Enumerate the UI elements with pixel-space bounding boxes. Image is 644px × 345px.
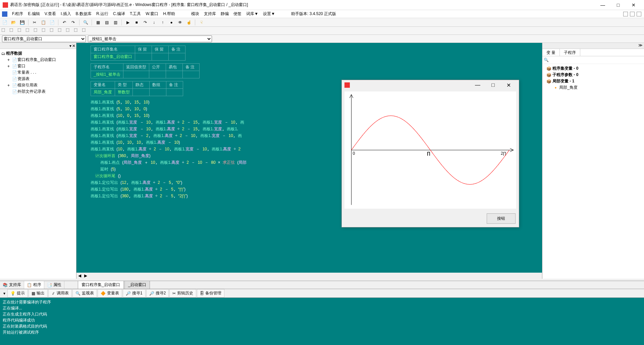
watch-icon[interactable]: 👁 (177, 19, 183, 26)
new-file-icon[interactable]: 📄 (1, 19, 8, 26)
find-icon[interactable]: 🔍 (82, 19, 89, 26)
tb2-3-icon[interactable]: ⬚ (17, 27, 24, 34)
minimize-button[interactable]: — (595, 0, 610, 10)
variable-tree[interactable]: 📦程序集变量 - 0📦子程序参数 - 0📦局部变量 - 1🔸局部_角度 (542, 64, 644, 92)
variable-node[interactable]: 🔸局部_角度 (544, 84, 643, 91)
maximize-button[interactable]: □ (610, 0, 626, 10)
btab-cliphistory[interactable]: ✂剪辑历史 (169, 289, 196, 297)
editor-tab-programset[interactable]: 窗口程序集_启动窗口 (78, 281, 124, 289)
tb2-11-icon[interactable]: ⬚ (82, 27, 89, 34)
editor-hscrollbar[interactable]: ◀▶ (76, 273, 542, 279)
step-into-icon[interactable]: ↓ (151, 19, 157, 26)
btab-search2[interactable]: 🔎搜寻2 (146, 289, 169, 297)
tree-node[interactable]: +📄窗口程序集_启动窗口 (1, 57, 75, 63)
menu-window[interactable]: W.窗口 (146, 11, 158, 17)
bottom-tabrow: ▾ 💡提示 ▦输出 ⫽调用表 🔍监视表 🔶变量表 🔎搜寻1 🔎搜寻2 ✂剪辑历史… (0, 289, 644, 297)
menu-edit[interactable]: E.编辑 (28, 11, 40, 17)
menu-program[interactable]: F.程序 (12, 11, 23, 17)
menu-insert[interactable]: I.插入 (61, 11, 71, 17)
editor-tab-window[interactable]: _启动窗口 (124, 281, 150, 289)
btab-vartable[interactable]: 🔶变量表 (98, 289, 122, 297)
variable-search-input[interactable] (544, 58, 643, 62)
tb2-5-icon[interactable]: ⬚ (34, 27, 40, 34)
subroutine-select[interactable]: _按钮1_被单击 (88, 36, 212, 42)
right-panel-menu-icon[interactable]: ≫ (637, 43, 644, 49)
menubar: F.程序 E.编辑 V.查看 I.插入 B.数据库 R.运行 C.编译 T.工具… (0, 10, 644, 18)
tab-program[interactable]: 📋程序 (24, 281, 44, 289)
tab-properties[interactable]: 📑属性 (44, 281, 64, 289)
btab-output[interactable]: ▦输出 (29, 289, 48, 297)
pointer-icon[interactable]: ☟ (198, 19, 205, 26)
menu-compile[interactable]: C.编译 (113, 11, 125, 17)
tb2-1-icon[interactable]: ⬚ (1, 27, 8, 34)
tree-node[interactable]: 📄资源表 (1, 76, 75, 82)
run-window: — □ ✕ 0 ∏ 2∏ 按钮 (341, 80, 519, 227)
layout1-icon[interactable]: ▦ (95, 19, 101, 26)
tb2-8-icon[interactable]: ⬚ (58, 27, 64, 34)
tb2-7-icon[interactable]: ⬚ (50, 27, 56, 34)
tree-node[interactable]: +📄窗口 (1, 63, 75, 69)
tree-node[interactable]: +📄模块引用表 (1, 82, 75, 88)
stop-icon[interactable]: ■ (133, 19, 140, 26)
project-tree[interactable]: 🗂程序数据 +📄窗口程序集_启动窗口+📄窗口📄常量表 . . .📄资源表+📄模块… (0, 49, 76, 279)
layout3-icon[interactable]: ▥ (112, 19, 119, 26)
panel-close-icon[interactable]: ✕ (72, 44, 75, 48)
copy-icon[interactable]: 📋 (40, 19, 47, 26)
variable-node[interactable]: 📦局部变量 - 1 (544, 78, 643, 84)
variable-node[interactable]: 📦子程序参数 - 0 (544, 72, 643, 78)
undo-icon[interactable]: ↶ (61, 19, 68, 26)
menu-static-compile[interactable]: 静编 (221, 11, 229, 17)
tab-support-lib[interactable]: 📚支持库 (0, 281, 24, 289)
menu-tools[interactable]: T.工具 (130, 11, 141, 17)
run-icon[interactable]: ▶ (124, 19, 131, 26)
output-panel[interactable]: 正在统计需要编译的子程序正在编译...正在生成主程序入口代码程序代码编译成功正在… (0, 297, 644, 345)
draw-button[interactable]: 按钮 (487, 213, 516, 224)
close-button[interactable]: ✕ (626, 0, 641, 10)
run-max-button[interactable]: □ (485, 82, 501, 88)
btab-backup[interactable]: 🗄备份管理 (197, 289, 224, 297)
redo-icon[interactable]: ↷ (70, 19, 76, 26)
save-file-icon[interactable]: 💾 (19, 19, 25, 26)
menu-settings[interactable]: 设置▼ (263, 11, 275, 17)
btab-calltable[interactable]: ⫽调用表 (48, 289, 72, 297)
btab-watch[interactable]: 🔍监视表 (72, 289, 97, 297)
mdi-restore-icon[interactable] (630, 12, 635, 16)
tb2-2-icon[interactable]: ⬚ (9, 27, 16, 34)
menu-support-lib[interactable]: 支持库 (204, 11, 216, 17)
run-close-button[interactable]: ✕ (501, 82, 516, 88)
menu-help[interactable]: H.帮助 (163, 11, 175, 17)
menu-database[interactable]: B.数据库 (76, 11, 92, 17)
step-out-icon[interactable]: ↑ (159, 19, 166, 26)
mdi-close-icon[interactable] (637, 12, 641, 16)
breakpoint-icon[interactable]: ● (168, 19, 175, 26)
tb2-10-icon[interactable]: ⬚ (74, 27, 80, 34)
menu-run[interactable]: R.运行 (96, 11, 108, 17)
cut-icon[interactable]: ✂ (31, 19, 38, 26)
menu-module[interactable]: 模块 (191, 11, 199, 17)
paste-icon[interactable]: 📄 (49, 19, 55, 26)
menu-view[interactable]: V.查看 (45, 11, 56, 17)
bottom-tab-menu-icon[interactable]: ▾ (2, 291, 7, 296)
panel-pin-icon[interactable]: ▾ (69, 44, 71, 48)
run-min-button[interactable]: — (470, 82, 485, 88)
tb2-6-icon[interactable]: ⬚ (42, 27, 48, 34)
step-over-icon[interactable]: ↷ (142, 19, 149, 26)
btab-hint[interactable]: 💡提示 (7, 289, 28, 297)
tree-node[interactable]: 📄外部文件记录表 (1, 88, 75, 95)
btab-search1[interactable]: 🔎搜寻1 (123, 289, 146, 297)
tb2-9-icon[interactable]: ⬚ (66, 27, 72, 34)
tb2-4-icon[interactable]: ⬚ (25, 27, 32, 34)
cursor-icon[interactable]: ☝ (185, 19, 192, 26)
menu-notes[interactable]: 便签 (233, 11, 241, 17)
programset-select[interactable]: 窗口程序集_启动窗口 (2, 36, 86, 42)
tree-node[interactable]: 📄常量表 . . . (1, 69, 75, 76)
tab-subroutines[interactable]: 子程序 (560, 49, 580, 56)
layout2-icon[interactable]: ▤ (103, 19, 110, 26)
variable-node[interactable]: 📦程序集变量 - 0 (544, 65, 643, 72)
tab-variables[interactable]: 变 量 (542, 49, 560, 56)
output-line: 正在封装易格式目的代码 (3, 323, 641, 329)
mdi-min-icon[interactable] (623, 12, 628, 16)
open-file-icon[interactable]: 📂 (10, 19, 17, 26)
calltable-icon: ⫽ (51, 291, 55, 296)
menu-dictionary[interactable]: 词库▼ (246, 11, 258, 17)
